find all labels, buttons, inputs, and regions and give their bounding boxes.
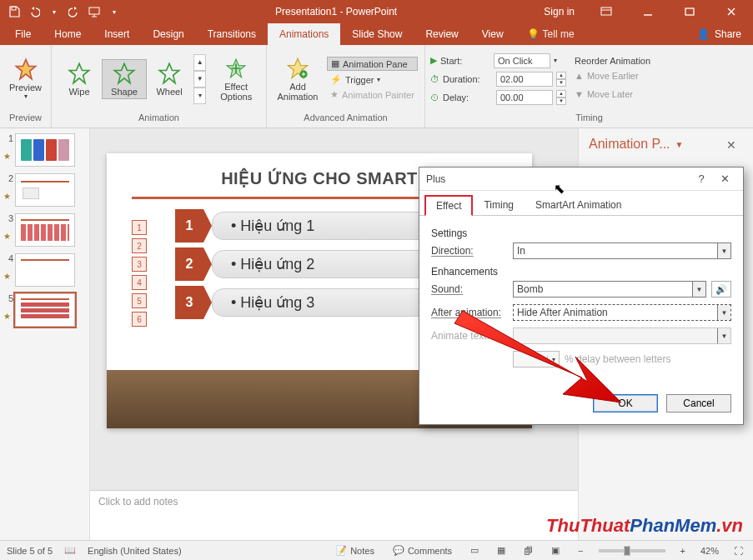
redo-icon[interactable] [65,2,83,21]
tab-animations[interactable]: Animations [268,23,340,45]
maximize-icon[interactable] [671,0,708,23]
thumbnail-slide-2[interactable] [15,173,75,207]
notes-placeholder: Click to add notes [98,496,178,508]
status-bar: Slide 5 of 5 📖 English (United States) 📝… [0,540,753,560]
spellcheck-icon[interactable]: 📖 [64,545,76,556]
sign-in-link[interactable]: Sign in [544,6,575,18]
tab-review[interactable]: Review [414,23,469,45]
close-icon[interactable]: ✕ [713,172,736,185]
animation-wipe[interactable]: Wipe [57,60,102,98]
spin-up-icon[interactable]: ▲ [556,90,566,98]
tab-design[interactable]: Design [141,23,195,45]
language-status[interactable]: English (United States) [88,546,182,556]
ok-button[interactable]: OK [593,394,658,412]
notes-toggle[interactable]: 📝 Notes [332,545,378,556]
timing-delay-row: ⏲ Delay: 00.00 ▲▼ [430,89,566,106]
delay-input[interactable]: 00.00 [496,90,553,105]
direction-select[interactable]: In▼ [513,242,731,259]
start-slideshow-icon[interactable] [85,2,103,21]
group-label-timing: Timing [425,112,753,126]
animation-pane-button[interactable]: ▦Animation Pane [327,57,418,71]
animation-indicator-icon: ★ [3,312,15,321]
tell-me-search[interactable]: 💡Tell me [515,23,586,45]
gallery-more-icon[interactable]: ▾ [193,88,206,104]
zoom-slider[interactable] [599,549,665,552]
sound-select[interactable]: Bomb▼ [513,281,706,298]
zoom-out-icon[interactable]: − [575,546,586,556]
after-animation-select[interactable]: Hide After Animation▼ [513,304,731,321]
dialog-titlebar[interactable]: Plus ? ✕ [419,168,743,191]
gallery-down-icon[interactable]: ▼ [193,71,206,88]
cancel-button[interactable]: Cancel [666,394,731,412]
group-label-animation: Animation [52,112,266,126]
close-icon[interactable]: ✕ [726,138,736,152]
notes-pane[interactable]: Click to add notes [90,490,578,540]
move-earlier-label: Move Earlier [587,71,639,81]
animation-shape[interactable]: Shape [102,59,147,99]
close-icon[interactable] [713,0,750,23]
chevron-number: 2 [186,257,193,272]
tab-home[interactable]: Home [43,23,93,45]
anim-order-tag[interactable]: 3 [132,257,147,272]
share-button[interactable]: 👤Share [685,23,753,45]
undo-icon[interactable] [25,2,43,21]
tab-transitions[interactable]: Transitions [196,23,268,45]
anim-order-tag[interactable]: 5 [132,293,147,308]
add-animation-button[interactable]: Add Animation [272,57,324,102]
tab-file[interactable]: File [3,23,43,45]
anim-order-tag[interactable]: 1 [132,220,147,235]
preview-button[interactable]: Preview ▾ [5,56,46,102]
spin-down-icon[interactable]: ▼ [556,79,566,87]
animation-painter-button[interactable]: ★Animation Painter [327,88,418,101]
minimize-icon[interactable] [630,0,666,23]
move-later-label: Move Later [587,89,633,99]
duration-input[interactable]: 02.00 [496,72,553,87]
dialog-tab-smartart[interactable]: SmartArt Animation [525,195,632,216]
speaker-icon[interactable]: 🔊 [711,281,731,298]
trigger-button[interactable]: ⚡Trigger▾ [327,73,418,86]
animation-wheel[interactable]: Wheel [147,60,192,98]
spin-up-icon[interactable]: ▲ [556,72,566,79]
zoom-level[interactable]: 42% [700,546,719,556]
anim-order-tag[interactable]: 2 [132,238,147,253]
chevron-down-icon[interactable]: ▾ [554,57,557,64]
up-arrow-icon: ▲ [575,71,584,81]
anim-order-tag[interactable]: 4 [132,275,147,290]
start-select[interactable]: On Click [494,53,550,68]
thumbnail-slide-5[interactable] [15,293,75,327]
spin-down-icon[interactable]: ▼ [556,98,566,105]
smartart-text: Hiệu ứng 3 [240,294,314,311]
thumb-number: 5 [3,293,15,303]
tab-view[interactable]: View [470,23,515,45]
chevron-down-icon: ▼ [717,305,730,320]
fit-to-window-icon[interactable]: ⛶ [730,546,746,556]
dialog-tab-effect[interactable]: Effect [424,195,473,216]
normal-view-icon[interactable]: ▭ [467,545,482,556]
ribbon-display-options-icon[interactable] [588,0,625,23]
qat-customize-icon[interactable]: ▾ [105,2,123,21]
thumbnail-slide-4[interactable] [15,253,75,287]
gallery-up-icon[interactable]: ▲ [193,54,206,71]
help-icon[interactable]: ? [690,172,713,185]
slideshow-view-icon[interactable]: ▣ [548,545,563,556]
play-icon: ▶ [430,55,437,66]
tab-slideshow[interactable]: Slide Show [340,23,414,45]
svg-marker-6 [114,63,133,82]
tab-insert[interactable]: Insert [93,23,141,45]
slide-thumbnails: 1★ 2★ 3★ 4★ 5★ [0,128,90,540]
zoom-in-icon[interactable]: + [677,546,689,556]
save-icon[interactable] [5,2,23,21]
dialog-tab-timing[interactable]: Timing [473,195,525,216]
thumbnail-slide-3[interactable] [15,213,75,247]
slide-sorter-view-icon[interactable]: ▦ [494,545,509,556]
effect-options-button[interactable]: Effect Options [211,57,261,102]
reading-view-icon[interactable]: 🗐 [520,546,536,556]
thumb-number: 1 [3,133,15,143]
anim-order-tag[interactable]: 6 [132,312,147,327]
duration-label: Duration: [443,74,493,84]
chevron-down-icon[interactable]: ▼ [675,140,684,149]
undo-dropdown-icon[interactable]: ▾ [45,2,63,21]
comments-toggle[interactable]: 💬 Comments [389,545,455,556]
svg-marker-5 [69,63,88,82]
thumbnail-slide-1[interactable] [15,133,75,167]
